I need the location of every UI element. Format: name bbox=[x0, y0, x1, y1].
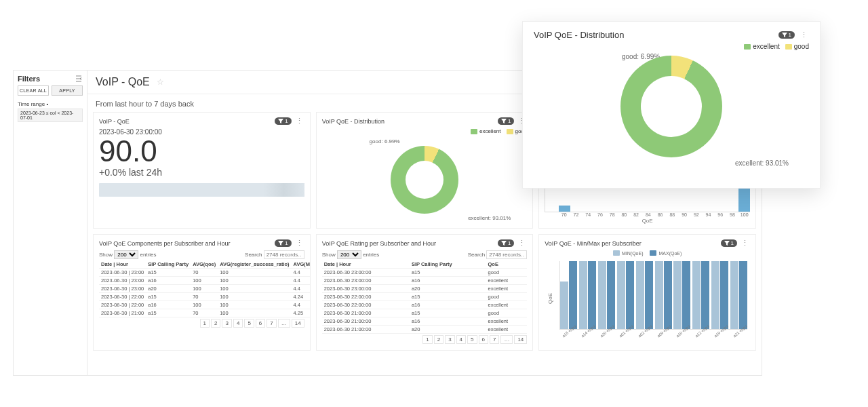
card-menu-icon[interactable]: ⋮ bbox=[294, 239, 304, 248]
favorite-icon[interactable]: ☆ bbox=[157, 77, 164, 87]
table-row[interactable]: 2023-06-30 21:00:00a15good bbox=[322, 309, 528, 317]
pager-button[interactable]: 14 bbox=[292, 319, 304, 328]
table-row[interactable]: 2023-06-30 22:00:00a16excellent bbox=[322, 301, 528, 309]
min-bar bbox=[711, 261, 719, 329]
apply-button[interactable]: APPLY bbox=[52, 85, 83, 96]
histo-tick: 82 bbox=[631, 212, 642, 217]
table-row[interactable]: 2023-06-30 21:00:00a16excellent bbox=[322, 317, 528, 326]
bar-pair bbox=[579, 261, 596, 329]
histo-tick: 94 bbox=[703, 212, 714, 217]
histo-tick: 92 bbox=[690, 212, 702, 217]
table-row[interactable]: 2023-06-30 22:00:00a15good bbox=[322, 293, 528, 301]
pager-button[interactable]: 6 bbox=[256, 319, 265, 328]
max-bar bbox=[664, 261, 672, 329]
min-bar bbox=[560, 282, 568, 329]
table-header[interactable]: AVG(qoe) bbox=[191, 260, 218, 269]
filter-count-pill[interactable]: 1 bbox=[498, 239, 514, 247]
table-row[interactable]: 2023-06-30 23:00:00a20excellent bbox=[322, 285, 528, 293]
table-header[interactable]: Date | Hour bbox=[99, 260, 146, 269]
minmax-bars bbox=[559, 261, 747, 330]
table-header[interactable]: AVG(MOS) bbox=[292, 260, 311, 269]
table-row[interactable]: 2023-06-30 21:00:00a20excellent bbox=[322, 326, 528, 334]
pager-button[interactable]: 2 bbox=[211, 319, 220, 328]
table-row[interactable]: 2023-06-30 23:00:00a15good bbox=[322, 269, 528, 277]
bar-pair bbox=[673, 261, 690, 329]
minmax-xticks: a15 •sip:a15@10.10.21.150:5060•a14 •sip:… bbox=[559, 330, 747, 346]
table-row[interactable]: 2023-06-30 | 23:00a15701004.40 bbox=[99, 269, 311, 277]
table-row[interactable]: 2023-06-30 | 22:00a161001004.40 bbox=[99, 301, 311, 309]
histo-tick: 80 bbox=[618, 212, 630, 217]
histo-xlabel: QoE bbox=[545, 218, 750, 224]
pager-button[interactable]: 14 bbox=[514, 335, 527, 344]
pager-button[interactable]: 3 bbox=[222, 319, 231, 328]
pager-button[interactable]: 2 bbox=[434, 335, 443, 344]
table-header[interactable]: SIP Calling Party bbox=[410, 260, 486, 269]
min-bar bbox=[579, 261, 587, 329]
table-row[interactable]: 2023-06-30 | 23:00a201001004.40 bbox=[99, 285, 311, 293]
page-size-select[interactable]: 200 bbox=[337, 250, 361, 259]
table-header[interactable]: Date | Hour bbox=[322, 260, 410, 269]
metric-value: 90.0 bbox=[99, 136, 304, 167]
bar-pair bbox=[692, 261, 709, 329]
rating-table: Date | HourSIP Calling PartyQoE 2023-06-… bbox=[322, 260, 528, 334]
min-bar bbox=[692, 261, 701, 329]
swatch-good bbox=[507, 129, 513, 134]
filter-count-pill[interactable]: 1 bbox=[778, 31, 795, 39]
pager-button[interactable]: 3 bbox=[445, 335, 454, 344]
swatch-max bbox=[650, 250, 656, 256]
pager-button[interactable]: 6 bbox=[479, 335, 488, 344]
card-title: VoIP QoE Components per Subscriber and H… bbox=[99, 240, 230, 247]
min-bar bbox=[655, 261, 663, 329]
table-header[interactable]: SIP Calling Party bbox=[146, 260, 191, 269]
max-bar bbox=[569, 261, 577, 329]
bar-pair bbox=[730, 261, 747, 329]
filter-count-pill[interactable]: 1 bbox=[721, 239, 737, 247]
pager-button[interactable]: 7 bbox=[267, 319, 276, 328]
toggle-sidebar-icon[interactable] bbox=[75, 75, 83, 83]
pager-button[interactable]: … bbox=[278, 319, 290, 328]
card-title: VoIP QoE - Min/Max per Subscriber bbox=[545, 240, 641, 247]
pager-button[interactable]: … bbox=[500, 335, 513, 344]
pager-button[interactable]: 1 bbox=[200, 319, 210, 328]
card-menu-icon[interactable]: ⋮ bbox=[517, 239, 527, 248]
time-range-chip[interactable]: 2023-06-23 ≤ col < 2023-07-01 bbox=[18, 109, 83, 122]
max-bar bbox=[607, 261, 615, 329]
histo-tick: 84 bbox=[642, 212, 654, 217]
min-bar bbox=[730, 261, 738, 329]
swatch-excellent bbox=[471, 129, 477, 134]
pager-button[interactable]: 4 bbox=[456, 335, 466, 344]
pager-button[interactable]: 4 bbox=[233, 319, 243, 328]
overlay-excellent-label: excellent: 93.01% bbox=[735, 159, 789, 167]
table-row[interactable]: 2023-06-30 | 23:00a161001004.40 bbox=[99, 277, 311, 285]
pager-button[interactable]: 1 bbox=[422, 335, 432, 344]
histo-tick: 88 bbox=[667, 212, 678, 217]
table-row[interactable]: 2023-06-30 23:00:00a16excellent bbox=[322, 277, 528, 285]
time-range-label: Time range • bbox=[18, 101, 83, 107]
table-search-input[interactable] bbox=[264, 250, 304, 259]
filter-count-pill[interactable]: 1 bbox=[498, 117, 514, 125]
card-menu-icon[interactable]: ⋮ bbox=[294, 117, 304, 125]
filter-count-pill[interactable]: 1 bbox=[275, 117, 291, 125]
filters-sidebar: Filters CLEAR ALL APPLY Time range • 202… bbox=[14, 71, 87, 375]
table-row[interactable]: 2023-06-30 | 22:00a15701004.240 bbox=[99, 293, 311, 301]
table-search-input[interactable] bbox=[486, 250, 527, 259]
table-header-row: Date | HourSIP Calling PartyQoE bbox=[322, 260, 528, 269]
pager-button[interactable]: 5 bbox=[467, 335, 477, 344]
card-title: VoIP - QoE bbox=[99, 118, 130, 125]
page-size-select[interactable]: 200 bbox=[114, 250, 138, 259]
card-menu-icon[interactable]: ⋮ bbox=[740, 239, 750, 248]
filter-count-pill[interactable]: 1 bbox=[275, 239, 291, 247]
table-header[interactable]: AVG(register_success_ratio) bbox=[218, 260, 291, 269]
overlay-title: VoIP QoE - Distribution bbox=[534, 30, 624, 40]
table-header[interactable]: QoE bbox=[486, 260, 527, 269]
card-voip-qoe-metric: VoIP - QoE 1 ⋮ 2023-06-30 23:00:00 90.0 … bbox=[93, 112, 311, 229]
pager-button[interactable]: 7 bbox=[490, 335, 499, 344]
overlay-menu-icon[interactable]: ⋮ bbox=[799, 31, 809, 39]
bar-pair bbox=[617, 261, 634, 329]
pager-button[interactable]: 5 bbox=[244, 319, 254, 328]
distribution-donut bbox=[391, 146, 458, 214]
clear-all-button[interactable]: CLEAR ALL bbox=[18, 85, 49, 96]
overlay-distribution: VoIP QoE - Distribution 1 ⋮ excellent go… bbox=[522, 21, 821, 189]
table-row[interactable]: 2023-06-30 | 21:00a15701004.250 bbox=[99, 309, 311, 317]
histo-tick: 96 bbox=[715, 212, 726, 217]
